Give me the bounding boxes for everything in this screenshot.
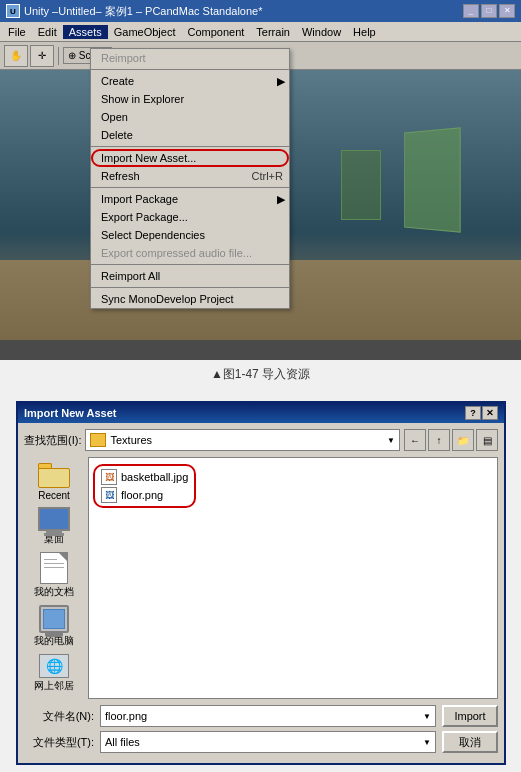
new-folder-btn[interactable]: 📁 [452, 429, 474, 451]
form-rows: 文件名(N): floor.png ▼ Import 文件类型(T): All … [24, 705, 498, 753]
filetype-row: 文件类型(T): All files ▼ 取消 [24, 731, 498, 753]
nav-back-btn[interactable]: ← [404, 429, 426, 451]
file-item-basketball[interactable]: 🖼 basketball.jpg [99, 468, 190, 486]
filetype-label: 文件类型(T): [24, 735, 94, 750]
move-tool-btn[interactable]: ✛ [30, 45, 54, 67]
unity-window: U Unity – Untitled – 案例1 – PC and Mac St… [0, 0, 521, 360]
folder-icon [90, 433, 106, 447]
cancel-button[interactable]: 取消 [442, 731, 498, 753]
menu-terrain[interactable]: Terrain [250, 25, 296, 39]
menu-gameobject[interactable]: GameObject [108, 25, 182, 39]
sidebar-mydocs[interactable]: 我的文档 [26, 550, 82, 601]
import-button[interactable]: Import [442, 705, 498, 727]
address-value: Textures [110, 434, 152, 446]
cancel-btn-label: 取消 [459, 735, 481, 750]
import-package-arrow-icon: ▶ [277, 193, 285, 206]
address-combo[interactable]: Textures ▼ [85, 429, 400, 451]
menu-export-compressed: Export compressed audio file... [91, 244, 289, 262]
filetype-value: All files [105, 736, 140, 748]
filename-value: floor.png [105, 710, 147, 722]
menu-refresh[interactable]: Refresh Ctrl+R [91, 167, 289, 185]
separator2 [91, 146, 289, 147]
basketball-filename: basketball.jpg [121, 471, 188, 483]
separator4 [91, 264, 289, 265]
floor-file-icon: 🖼 [101, 487, 117, 503]
menu-reimport-all[interactable]: Reimport All [91, 267, 289, 285]
maximize-btn[interactable]: □ [481, 4, 497, 18]
menu-window[interactable]: Window [296, 25, 347, 39]
refresh-shortcut: Ctrl+R [252, 170, 283, 182]
menu-bar: File Edit Assets GameObject Component Te… [0, 22, 521, 42]
dialog-body: 查找范围(I): Textures ▼ ← ↑ 📁 ▤ [18, 423, 504, 763]
basketball-file-icon: 🖼 [101, 469, 117, 485]
close-btn[interactable]: ✕ [499, 4, 515, 18]
sidebar-mycomputer[interactable]: 我的电脑 [26, 603, 82, 650]
dialog-title: Import New Asset [24, 407, 117, 419]
view-btn[interactable]: ▤ [476, 429, 498, 451]
unity-icon: U [6, 4, 20, 18]
menu-show-in-explorer[interactable]: Show in Explorer [91, 90, 289, 108]
create-arrow-icon: ▶ [277, 75, 285, 88]
file-highlight-group: 🖼 basketball.jpg 🖼 floor.png [93, 464, 196, 508]
title-bar: U Unity – Untitled – 案例1 – PC and Mac St… [0, 0, 521, 22]
browser-layout: Recent 桌面 [24, 457, 498, 699]
separator5 [91, 287, 289, 288]
title-rest: Mac Standalone* [179, 5, 263, 17]
dialog-help-btn[interactable]: ? [465, 406, 481, 420]
caption1: ▲图1-47 导入资源 [0, 360, 521, 389]
network-icon: 🌐 [39, 654, 69, 678]
address-label: 查找范围(I): [24, 433, 81, 448]
dialog-controls: ? ✕ [465, 406, 498, 420]
menu-import-new-asset[interactable]: Import New Asset... [91, 149, 289, 167]
title-and: and [160, 5, 178, 17]
dialog-close-btn[interactable]: ✕ [482, 406, 498, 420]
menu-edit[interactable]: Edit [32, 25, 63, 39]
assets-dropdown: Reimport Create ▶ Show in Explorer Open … [90, 48, 290, 309]
sidebar-recent[interactable]: Recent [26, 461, 82, 503]
menu-component[interactable]: Component [181, 25, 250, 39]
title-case: – 案例1 – PC [96, 4, 161, 19]
menu-file[interactable]: File [2, 25, 32, 39]
recent-folder-icon [38, 463, 70, 489]
menu-delete[interactable]: Delete [91, 126, 289, 144]
combo-arrow-icon: ▼ [387, 436, 395, 445]
desktop-icon [38, 507, 70, 531]
title-untitled: Untitled [58, 5, 95, 17]
filename-input[interactable]: floor.png ▼ [100, 705, 436, 727]
menu-select-dependencies[interactable]: Select Dependencies [91, 226, 289, 244]
sidebar-mydocs-label: 我的文档 [34, 585, 74, 599]
menu-assets[interactable]: Assets [63, 25, 108, 39]
menu-sync-monodevelop[interactable]: Sync MonoDevelop Project [91, 290, 289, 308]
file-item-floor[interactable]: 🖼 floor.png [99, 486, 190, 504]
floor-filename: floor.png [121, 489, 163, 501]
address-toolbar: ← ↑ 📁 ▤ [404, 429, 498, 451]
sidebar-panel: Recent 桌面 [24, 457, 84, 699]
import-dialog: Import New Asset ? ✕ 查找范围(I): Textures ▼… [16, 401, 506, 765]
sidebar-network[interactable]: 🌐 网上邻居 [26, 652, 82, 695]
sidebar-desktop[interactable]: 桌面 [26, 505, 82, 548]
computer-icon [39, 605, 69, 633]
window-controls: _ □ ✕ [463, 4, 515, 18]
menu-export-package[interactable]: Export Package... [91, 208, 289, 226]
title-text: Unity – [24, 5, 58, 17]
minimize-btn[interactable]: _ [463, 4, 479, 18]
filename-label: 文件名(N): [24, 709, 94, 724]
separator3 [91, 187, 289, 188]
menu-import-package[interactable]: Import Package ▶ [91, 190, 289, 208]
file-list[interactable]: 🖼 basketball.jpg 🖼 floor.png [88, 457, 498, 699]
separator1 [91, 69, 289, 70]
filename-combo-arrow-icon: ▼ [423, 712, 431, 721]
import-btn-label: Import [454, 710, 485, 722]
toolbar-separator [58, 47, 59, 65]
menu-create[interactable]: Create ▶ [91, 72, 289, 90]
dialog-titlebar: Import New Asset ? ✕ [18, 403, 504, 423]
nav-up-btn[interactable]: ↑ [428, 429, 450, 451]
menu-help[interactable]: Help [347, 25, 382, 39]
sidebar-network-label: 网上邻居 [34, 679, 74, 693]
filetype-input[interactable]: All files ▼ [100, 731, 436, 753]
filename-row: 文件名(N): floor.png ▼ Import [24, 705, 498, 727]
hand-tool-btn[interactable]: ✋ [4, 45, 28, 67]
address-row: 查找范围(I): Textures ▼ ← ↑ 📁 ▤ [24, 429, 498, 451]
menu-open[interactable]: Open [91, 108, 289, 126]
menu-reimport: Reimport [91, 49, 289, 67]
